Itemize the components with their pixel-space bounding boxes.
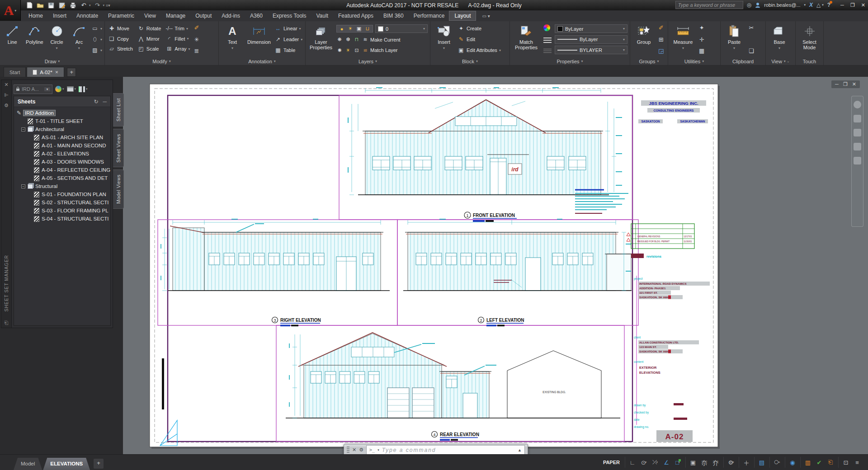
base-button[interactable]: Base▾ [768,23,791,56]
ortho-icon[interactable]: ∟ [627,457,638,468]
annotation-scale-icon[interactable]: 夰 [710,457,721,468]
annotation-monitor-icon[interactable]: ＋ [741,457,752,468]
layer-unlock-icon[interactable]: ⊔ [364,26,371,32]
tab-express-tools[interactable]: Express Tools [268,11,311,20]
palette-properties-icon[interactable]: ⚙ [4,103,9,108]
text-button[interactable]: A Text▾ [221,23,244,56]
open-file-icon[interactable] [36,2,44,9]
quick-calc-icon[interactable]: ▦ [699,47,704,54]
fillet-button[interactable]: ◜Fillet▾ [165,35,190,43]
panel-annotation-label[interactable]: Annotation▾ [219,57,305,65]
help-search-input[interactable] [675,1,743,9]
redo-icon[interactable]: ↷ [94,2,102,9]
pan-icon[interactable] [854,115,861,122]
clean-screen-icon[interactable]: ⊡ [840,457,851,468]
command-customize-icon[interactable]: ⚙ [359,447,363,453]
tree-item-subset[interactable]: −Architectural [14,125,110,133]
showmotion-icon[interactable] [854,157,861,164]
save-icon[interactable] [47,2,55,9]
ribbon-collapse-button[interactable]: ▭ ▾ [482,14,490,19]
exchange-apps-icon[interactable]: X [809,2,813,8]
new-drawing-tab-button[interactable]: + [67,68,76,77]
panel-layers-label[interactable]: Layers▾ [306,57,430,65]
edit-attributes-button[interactable]: ▣Edit Attributes▾ [458,46,501,54]
annotation-visibility-icon[interactable]: ▣ [688,457,698,468]
file-tab-close-icon[interactable]: ✕ [55,70,59,75]
rotate-button[interactable]: ↻Rotate [137,24,161,33]
tab-view[interactable]: View [139,11,161,20]
layer-freeze-icon[interactable]: ❆ [345,37,351,42]
navigation-bar[interactable] [851,96,863,227]
sheet-selections-button[interactable]: ▾ [55,86,64,92]
group-select-icon[interactable]: ◲ [658,47,664,54]
command-history-icon[interactable]: ▲ [518,448,522,452]
quick-select-icon[interactable]: ✦ [699,24,704,31]
tab-home[interactable]: Home [24,11,48,20]
tree-item-sheet[interactable]: S-01 - FOUNDATION PLAN [14,190,110,198]
file-tab-doc[interactable]: A-02* ✕ [27,67,64,77]
scale-button[interactable]: ◰Scale [137,45,161,53]
make-current-button[interactable]: ≋Make Current [362,36,401,44]
linetype-icon[interactable] [543,49,552,54]
layer-off-icon[interactable]: ☀ [345,47,351,53]
table-button[interactable]: ▦Table [274,46,302,54]
publish-button[interactable]: ▾ [67,86,76,92]
drawing-canvas[interactable]: ird 1 FRONT ELEVATION [123,77,868,454]
tab-performance[interactable]: Performance [409,11,450,20]
a360-icon[interactable]: △▾ [816,2,824,8]
panel-view-label[interactable]: View▾ ⌄ [766,57,795,65]
tab-vault[interactable]: Vault [311,11,333,20]
osnap-tracking-icon[interactable]: ∠ [661,457,672,468]
explode-icon[interactable]: ✳ [194,36,199,43]
refresh-icon[interactable]: ↻ [94,99,98,105]
layer-properties-button[interactable]: Layer Properties [308,23,334,56]
user-dropdown-icon[interactable]: ▾ [804,3,806,7]
panel-utilities-label[interactable]: Utilities▾ [668,57,720,65]
command-grip-handle[interactable] [347,446,349,454]
restore-button[interactable]: ❐ [850,2,855,8]
close-button[interactable]: ✕ [861,2,865,8]
insert-button[interactable]: Insert▾ [433,23,455,56]
sheet-set-dropdown[interactable]: IRD A...▾ [14,85,52,94]
security-icon[interactable]: ▥ [802,457,813,468]
panel-properties-label[interactable]: Properties▾ [510,57,630,65]
tab-addins[interactable]: Add-ins [217,11,245,20]
leader-button[interactable]: ↗Leader▾ [274,35,302,43]
zoom-icon[interactable] [854,129,861,136]
tab-model-views[interactable]: Model Views [113,169,124,209]
new-layout-button[interactable]: + [94,459,104,469]
tree-item-sheet[interactable]: A-03 - DOORS WINDOWS [14,158,110,166]
rectangle-button[interactable]: ▭▾ [91,24,102,33]
trim-button[interactable]: -/--Trim▾ [165,24,190,33]
quick-properties-icon[interactable]: ▤ [756,457,767,468]
layer-on-icon[interactable]: ● [339,26,345,32]
collapse-box-icon[interactable]: − [21,127,25,132]
tab-output[interactable]: Output [190,11,217,20]
tree-item-sheet-set[interactable]: ✎IRD Addition [14,109,110,117]
panel-modify-label[interactable]: Modify▾ [105,57,218,65]
tab-insert[interactable]: Insert [48,11,71,20]
new-file-icon[interactable] [25,2,33,9]
circle-button[interactable]: Circle▾ [47,23,67,56]
tab-manage[interactable]: Manage [161,11,190,20]
tree-item-subset[interactable]: −Structural [14,182,110,190]
tab-parametric[interactable]: Parametric [103,11,139,20]
minimize-button[interactable]: ─ [840,2,844,8]
id-point-icon[interactable]: ✛ [699,36,704,43]
offset-icon[interactable]: ≣ [194,47,199,54]
tab-layout[interactable]: Layout [449,11,476,20]
application-menu-button[interactable]: A▾ [0,0,21,21]
dimension-button[interactable]: Dimension [246,23,272,56]
tab-annotate[interactable]: Annotate [71,11,103,20]
orbit-icon[interactable] [854,143,861,150]
command-close-icon[interactable]: ✕ [352,447,356,453]
layout-tab-elevations[interactable]: ELEVATIONS [43,458,90,470]
isolate-objects-icon[interactable]: ⧂ [772,457,783,468]
array-button[interactable]: ⊞Array▾ [165,45,190,53]
collapse-box-icon[interactable]: − [21,184,25,188]
palette-close-icon[interactable]: ✕ [4,82,8,88]
polar-tracking-icon[interactable]: ⊙▾ [638,457,649,468]
edit-block-button[interactable]: ✎Edit [458,35,501,43]
tree-item-sheet[interactable]: T-01 - TITLE SHEET [14,117,110,125]
hatch-button[interactable]: ▨▾ [91,46,102,54]
